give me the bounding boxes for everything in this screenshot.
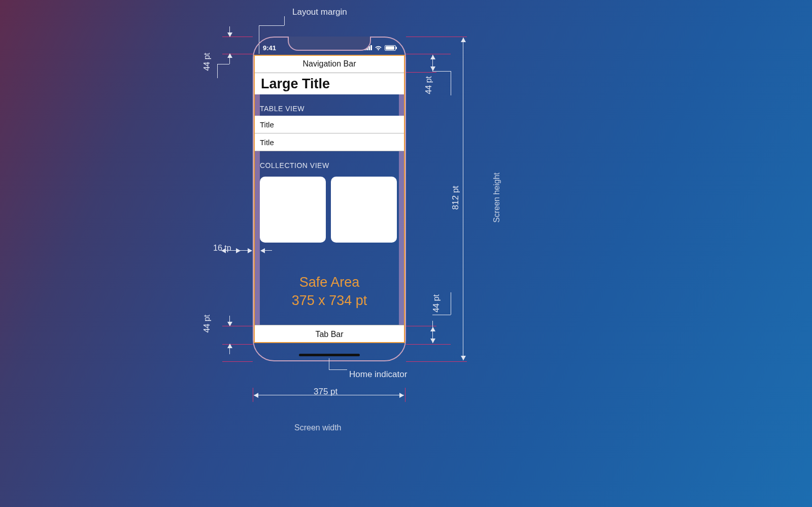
table-row: Title — [254, 133, 405, 151]
safe-area-title: Safe Area — [254, 273, 405, 291]
dim-arrow — [229, 54, 230, 64]
dim-rule — [406, 37, 467, 37]
tab-bar: Tab Bar — [254, 325, 405, 343]
phone-content: Navigation Bar Large Title TABLE VIEW Ti… — [254, 55, 405, 343]
table-view-header: TABLE VIEW — [254, 94, 405, 116]
dim-rule — [222, 37, 253, 37]
dim-tabbar-right-label: 44 pt — [432, 294, 441, 313]
dim-rule — [222, 361, 253, 362]
lead-line — [432, 321, 433, 327]
large-title: Large Title — [254, 73, 405, 94]
collection-card — [260, 177, 326, 243]
diagram-canvas: Layout margin 9:41 Navigation Bar Large … — [0, 0, 812, 507]
collection-view — [254, 173, 405, 243]
dim-margin-label: 16 tp — [213, 244, 231, 253]
dim-rule — [406, 326, 436, 326]
lead-line — [451, 71, 451, 95]
dim-rule — [406, 54, 451, 54]
dim-arrow — [229, 26, 230, 37]
dim-rule — [406, 72, 436, 73]
label-home-indicator: Home indicator — [349, 369, 407, 380]
lead-line — [259, 25, 284, 26]
label-screen-width: Screen width — [294, 423, 342, 432]
lead-line — [217, 64, 229, 64]
phone-frame: 9:41 Navigation Bar Large Title TABLE VI… — [253, 37, 406, 361]
lead-line — [432, 315, 451, 315]
dim-arrow — [432, 327, 433, 343]
dim-rule — [253, 388, 253, 402]
collection-view-header: COLLECTION VIEW — [254, 151, 405, 173]
safe-area-dims: 375 x 734 pt — [254, 291, 405, 310]
navigation-bar: Navigation Bar — [254, 55, 405, 73]
dim-width-label: 375 pt — [311, 387, 341, 397]
dim-arrow — [463, 38, 463, 360]
dim-rule — [222, 326, 253, 326]
collection-card — [331, 177, 397, 243]
lead-line — [329, 358, 329, 369]
lead-line — [432, 71, 451, 72]
dim-arrow — [241, 250, 252, 251]
dim-status-bar-label: 44 pt — [202, 53, 212, 71]
battery-icon — [385, 45, 396, 51]
dim-navbar-label: 44 pt — [424, 76, 433, 94]
dim-arrow — [432, 55, 433, 71]
dim-rule — [222, 344, 253, 345]
wifi-icon — [375, 45, 382, 51]
dim-tabbar-left-label: 44 pt — [202, 315, 212, 333]
label-screen-height: Screen height — [492, 173, 501, 223]
lead-line — [329, 369, 347, 370]
status-time: 9:41 — [263, 44, 276, 52]
phone-notch — [288, 37, 371, 51]
lead-line — [451, 292, 451, 315]
dim-height-label: 812 pt — [451, 186, 461, 210]
table-row: Title — [254, 116, 405, 133]
lead-line — [284, 16, 285, 25]
dim-rule — [406, 361, 467, 362]
lead-line — [217, 64, 218, 78]
dim-rule — [405, 388, 405, 402]
label-layout-margin: Layout margin — [292, 7, 347, 17]
home-indicator-bar — [299, 354, 360, 356]
dim-rule — [222, 54, 253, 54]
dim-arrow — [229, 344, 230, 354]
dim-arrow — [229, 316, 230, 326]
safe-area-text: Safe Area 375 x 734 pt — [254, 273, 405, 310]
dim-rule — [406, 344, 451, 345]
